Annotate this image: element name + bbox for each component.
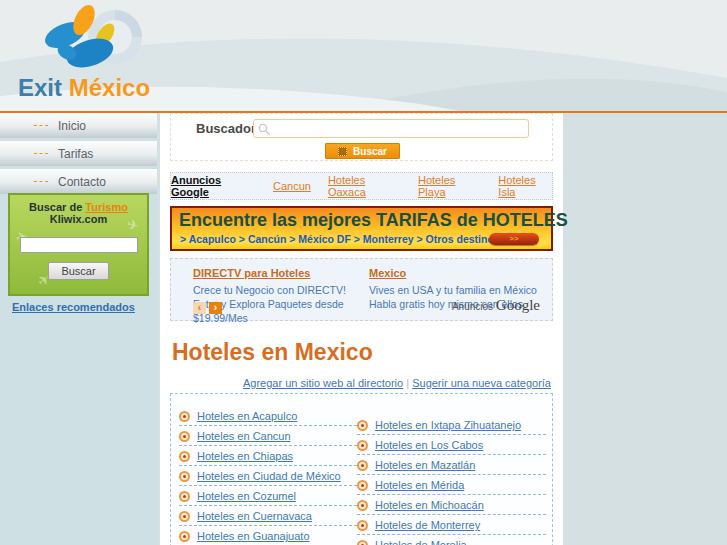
menu-dash-icon <box>34 153 48 154</box>
hotel-link[interactable]: Hoteles en Ixtapa Zihuatanejo <box>375 419 521 431</box>
page: Exit México Inicio Tarifas Contacto ✈ ✈ … <box>0 0 727 545</box>
site-title: Exit México <box>18 74 150 102</box>
sidebar-item-label: Tarifas <box>58 147 93 161</box>
list-item: Hoteles de Morelia <box>357 539 546 545</box>
hotel-link[interactable]: Hoteles en Chiapas <box>197 450 293 462</box>
dashed-separator <box>357 514 546 515</box>
dashed-separator <box>179 505 357 506</box>
ad-item-directv: DIRECTV para Hoteles Crece tu Negocio co… <box>193 266 361 325</box>
banner-title: Encuentre las mejores TARIFAS de HOTELES <box>179 210 568 231</box>
tarifas-hoteles-banner[interactable]: Encuentre las mejores TARIFAS de HOTELES… <box>170 206 553 251</box>
bullet-icon <box>179 431 190 442</box>
bullet-icon <box>179 491 190 502</box>
bullet-icon <box>357 480 368 491</box>
sidebar-item-tarifas[interactable]: Tarifas <box>0 141 157 166</box>
kliwix-search-input[interactable] <box>20 237 138 253</box>
enlaces-recomendados-link[interactable]: Enlaces recomendados <box>12 301 135 313</box>
exit-mexico-flower-logo-icon <box>35 3 145 75</box>
anuncios-links-bar: Anuncios Google Cancun Hoteles Oaxaca Ho… <box>170 172 553 200</box>
ads-next-arrow-icon[interactable]: › <box>209 302 222 314</box>
search-input[interactable] <box>274 121 526 136</box>
page-title: Hoteles en Mexico <box>172 339 373 366</box>
search-buscar-button[interactable]: Buscar <box>325 143 400 159</box>
header: Exit México <box>0 0 727 111</box>
hotel-link[interactable]: Hoteles de Morelia <box>375 539 467 545</box>
sidebar-item-inicio[interactable]: Inicio <box>0 113 157 138</box>
bullet-icon <box>179 451 190 462</box>
bullet-icon <box>179 531 190 542</box>
dashed-separator <box>357 494 546 495</box>
directory-column-right: Hoteles en Ixtapa Zihuatanejo Hoteles en… <box>357 419 546 545</box>
adlink-cancun[interactable]: Cancun <box>273 180 311 192</box>
list-item: Hoteles en Mazatlán <box>357 459 546 471</box>
bullet-icon <box>179 511 190 522</box>
banner-destinations: > Acapulco > Cancún > México DF > Monter… <box>180 233 500 245</box>
sugerir-categoria-link[interactable]: Sugerir una nueva categoría <box>412 377 551 389</box>
kliwix-title-prefix: Buscar de <box>29 201 82 213</box>
list-item: Hoteles en Mérida <box>357 479 546 491</box>
hotel-link[interactable]: Hoteles en Cozumel <box>197 490 296 502</box>
hotel-link[interactable]: Hoteles en Acapulco <box>197 410 297 422</box>
kliwix-site-name: Kliwix.com <box>10 213 147 225</box>
kliwix-turismo-link[interactable]: Turismo <box>85 201 128 213</box>
kliwix-buscar-button[interactable]: Buscar <box>48 262 108 280</box>
adlink-hoteles-playa[interactable]: Hoteles Playa <box>418 174 481 198</box>
list-item: Hoteles en Cancun <box>179 430 357 442</box>
dashed-separator <box>179 445 357 446</box>
hotel-link[interactable]: Hoteles en Ciudad de México <box>197 470 341 482</box>
dashed-separator <box>179 425 357 426</box>
site-title-mexico: México <box>69 74 150 101</box>
agregar-sitio-link[interactable]: Agregar un sitio web al directorio <box>243 377 403 389</box>
bullet-icon <box>357 500 368 511</box>
hotel-link[interactable]: Hoteles en Guanajuato <box>197 530 310 542</box>
hotel-link[interactable]: Hoteles en Cuernavaca <box>197 510 312 522</box>
dashed-separator <box>357 474 546 475</box>
dashed-separator <box>179 465 357 466</box>
site-title-exit: Exit <box>18 74 62 101</box>
list-item: Hoteles en Ixtapa Zihuatanejo <box>357 419 546 431</box>
dashed-separator <box>179 485 357 486</box>
ad-title-link[interactable]: DIRECTV para Hoteles <box>193 267 310 279</box>
main-content: Buscador Buscar Anuncios Google Cancun H… <box>160 113 563 545</box>
bullet-icon <box>357 440 368 451</box>
bullet-icon <box>179 471 190 482</box>
sidebar-item-label: Contacto <box>58 175 106 189</box>
hotel-link[interactable]: Hoteles en Mazatlán <box>375 459 475 471</box>
list-item: Hoteles en Guanajuato <box>179 530 357 542</box>
hotel-link[interactable]: Hoteles en Los Cabos <box>375 439 483 451</box>
ad-title-link[interactable]: Mexico <box>369 267 406 279</box>
sidebar: Inicio Tarifas Contacto ✈ ✈ ✈ Buscar de … <box>0 113 157 545</box>
dashed-separator <box>357 434 546 435</box>
list-item: Hoteles en Acapulco <box>179 410 357 422</box>
google-ads-box: DIRECTV para Hoteles Crece tu Negocio co… <box>170 258 553 321</box>
hotel-link[interactable]: Hoteles de Monterrey <box>375 519 480 531</box>
attribution-prefix: Anuncios <box>452 301 493 312</box>
hotel-link[interactable]: Hoteles en Mérida <box>375 479 464 491</box>
list-item: Hoteles en Los Cabos <box>357 439 546 451</box>
adlink-hoteles-isla[interactable]: Hoteles Isla <box>498 174 552 198</box>
hotel-link[interactable]: Hoteles en Cancun <box>197 430 291 442</box>
dashed-separator <box>357 534 546 535</box>
bullet-icon <box>357 540 368 545</box>
actions-separator: | <box>406 377 409 389</box>
buscador-label: Buscador <box>196 121 256 136</box>
button-grid-icon <box>338 147 347 156</box>
banner-arrow-button[interactable]: >> <box>489 233 539 245</box>
sidebar-item-label: Inicio <box>58 119 86 133</box>
buscador-box: Buscador Buscar <box>170 113 553 161</box>
hotel-link[interactable]: Hoteles en Michoacán <box>375 499 484 511</box>
list-item: Hoteles en Cuernavaca <box>179 510 357 522</box>
list-item: Hoteles en Ciudad de México <box>179 470 357 482</box>
search-icon <box>258 123 271 136</box>
sidebar-item-contacto[interactable]: Contacto <box>0 169 157 194</box>
ads-prev-arrow-icon[interactable]: ‹ <box>193 302 206 314</box>
kliwix-widget-title: Buscar de Turismo <box>10 201 147 213</box>
bullet-icon <box>357 420 368 431</box>
adlink-hoteles-oaxaca[interactable]: Hoteles Oaxaca <box>328 174 401 198</box>
bullet-icon <box>357 520 368 531</box>
directory-actions: Agregar un sitio web al directorio | Sug… <box>243 377 551 389</box>
hotel-directory-list: Hoteles en Acapulco Hoteles en Cancun Ho… <box>170 393 553 545</box>
directory-column-left: Hoteles en Acapulco Hoteles en Cancun Ho… <box>179 410 357 545</box>
search-button-label: Buscar <box>353 146 387 157</box>
list-item: Hoteles de Monterrey <box>357 519 546 531</box>
